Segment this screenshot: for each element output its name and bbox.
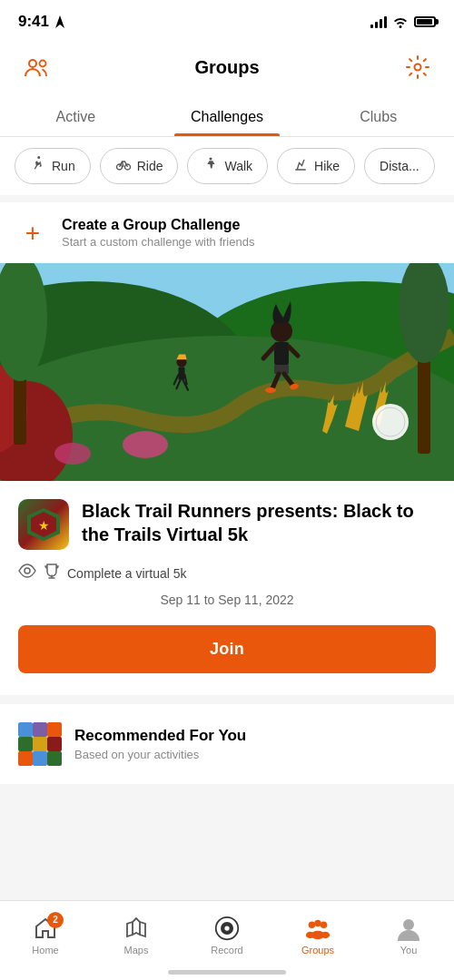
tab-active[interactable]: Active <box>0 96 152 136</box>
status-bar: 9:41 <box>0 0 454 40</box>
join-button[interactable]: Join <box>18 625 436 673</box>
filter-distance-label: Dista... <box>380 159 419 173</box>
create-challenge[interactable]: + Create a Group Challenge Start a custo… <box>0 202 454 263</box>
challenge-header: ★ Black Trail Runners presents: Black to… <box>18 499 436 550</box>
home-indicator <box>168 970 286 975</box>
svg-rect-43 <box>18 737 33 751</box>
svg-point-24 <box>271 320 292 342</box>
svg-rect-44 <box>33 737 47 751</box>
nav-record-label: Record <box>211 945 242 956</box>
svg-point-53 <box>321 921 327 927</box>
challenge-meta-text: Complete a virtual 5k <box>67 566 187 581</box>
wifi-icon <box>392 15 409 28</box>
svg-point-1 <box>40 61 46 67</box>
filter-hike[interactable]: Hike <box>277 148 355 184</box>
filter-run[interactable]: Run <box>15 148 91 184</box>
groups-icon <box>305 916 331 941</box>
people-icon[interactable] <box>18 49 54 85</box>
status-icons <box>370 15 436 28</box>
filter-ride-label: Ride <box>137 159 163 173</box>
you-icon <box>396 916 421 941</box>
svg-rect-41 <box>33 722 47 737</box>
filter-walk-label: Walk <box>224 159 252 173</box>
recommended-subtitle: Based on your activities <box>74 748 246 761</box>
page-title: Groups <box>194 57 259 78</box>
svg-point-51 <box>224 926 229 930</box>
recommended-text: Recommended For You Based on your activi… <box>74 727 246 761</box>
recommended-section: Recommended For You Based on your activi… <box>0 704 454 784</box>
filter-run-label: Run <box>52 159 75 173</box>
create-challenge-title: Create a Group Challenge <box>62 217 254 233</box>
svg-rect-42 <box>47 722 62 737</box>
tab-clubs[interactable]: Clubs <box>302 96 454 136</box>
ride-icon <box>115 156 132 176</box>
create-challenge-subtitle: Start a custom challenge with friends <box>62 235 254 249</box>
run-icon <box>30 156 46 176</box>
plus-icon: + <box>18 219 47 248</box>
nav-maps-label: Maps <box>124 945 149 956</box>
status-time: 9:41 <box>18 13 64 31</box>
nav-record[interactable]: Record <box>182 908 272 956</box>
nav-groups[interactable]: Groups <box>272 908 363 956</box>
rec-avatar <box>18 722 62 766</box>
svg-text:★: ★ <box>38 518 50 533</box>
svg-point-2 <box>415 64 421 71</box>
challenge-info: ★ Black Trail Runners presents: Black to… <box>0 481 454 695</box>
svg-point-0 <box>29 60 36 67</box>
signal-icon <box>370 15 387 28</box>
svg-point-17 <box>54 443 91 465</box>
bottom-nav: 2 Home Maps Record <box>0 900 454 980</box>
tab-bar: Active Challenges Clubs <box>0 96 454 137</box>
challenge-dates: Sep 11 to Sep 11, 2022 <box>18 593 436 607</box>
svg-rect-45 <box>47 737 62 751</box>
maps-icon <box>123 916 149 941</box>
svg-point-59 <box>403 919 414 930</box>
svg-point-5 <box>210 158 212 161</box>
svg-point-31 <box>265 387 276 393</box>
challenge-logo: ★ <box>18 499 69 550</box>
nav-groups-label: Groups <box>301 945 334 956</box>
nav-home[interactable]: 2 Home <box>0 908 91 956</box>
svg-rect-40 <box>18 722 33 737</box>
create-challenge-text: Create a Group Challenge Start a custom … <box>62 217 254 249</box>
challenge-title: Black Trail Runners presents: Black to t… <box>82 499 436 546</box>
nav-maps[interactable]: Maps <box>91 908 182 956</box>
svg-point-56 <box>306 931 314 937</box>
header: Groups <box>0 40 454 96</box>
svg-point-38 <box>25 568 30 573</box>
svg-point-52 <box>309 921 315 927</box>
svg-point-54 <box>314 919 321 926</box>
home-badge: 2 <box>47 912 64 928</box>
svg-rect-46 <box>18 751 33 766</box>
filter-hike-label: Hike <box>314 159 340 173</box>
eye-icon <box>18 564 36 583</box>
settings-icon[interactable] <box>400 49 436 85</box>
challenge-meta: Complete a virtual 5k <box>18 563 436 583</box>
challenge-image <box>0 263 454 481</box>
trophy-icon <box>44 563 60 583</box>
svg-rect-48 <box>47 751 62 766</box>
walk-icon <box>202 156 219 176</box>
svg-point-33 <box>372 404 409 440</box>
svg-point-16 <box>123 431 168 458</box>
filter-walk[interactable]: Walk <box>187 148 268 184</box>
recommended-title: Recommended For You <box>74 727 246 745</box>
home-icon: 2 <box>33 916 58 941</box>
svg-rect-47 <box>33 751 47 766</box>
battery-icon <box>414 16 436 27</box>
filter-distance[interactable]: Dista... <box>364 148 435 184</box>
filter-ride[interactable]: Ride <box>100 148 179 184</box>
nav-you-label: You <box>400 945 418 956</box>
record-icon <box>214 916 240 941</box>
nav-you[interactable]: You <box>363 908 454 956</box>
svg-point-57 <box>321 931 330 937</box>
svg-rect-28 <box>274 365 289 374</box>
hike-icon <box>292 156 309 176</box>
nav-home-label: Home <box>32 945 58 956</box>
svg-rect-25 <box>274 342 289 365</box>
svg-rect-19 <box>179 368 185 380</box>
filter-row: Run Ride Walk Hike Dista... <box>0 137 454 195</box>
tab-challenges[interactable]: Challenges <box>152 96 303 136</box>
